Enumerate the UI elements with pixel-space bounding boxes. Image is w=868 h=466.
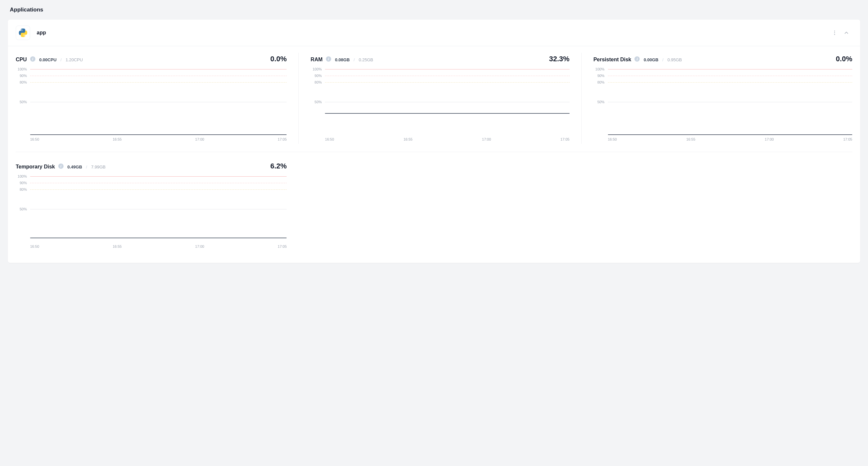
x-tick: 17:00	[195, 137, 205, 141]
chart-plot	[30, 176, 287, 242]
y-tick: 90%	[597, 74, 604, 78]
y-tick: 50%	[314, 100, 322, 104]
metric-limit: 7.99GB	[91, 165, 105, 169]
data-line	[30, 238, 287, 238]
y-tick: 50%	[20, 207, 27, 211]
metric-title: Persistent Disk	[593, 57, 631, 63]
x-tick: 17:00	[482, 137, 491, 141]
x-tick: 17:05	[560, 137, 569, 141]
y-tick: 50%	[597, 100, 604, 104]
gridline	[608, 69, 852, 69]
x-tick: 17:00	[765, 137, 774, 141]
chart-y-axis: 100%90%80%50%	[16, 69, 27, 135]
svg-point-1	[834, 32, 835, 33]
chart-x-axis: 16:5016:5517:0017:05	[311, 137, 569, 141]
gridline	[30, 69, 287, 69]
metric-header-tdisk: Temporary Disk i 0.49GB / 7.99GB 6.2%	[16, 162, 287, 170]
y-tick: 80%	[314, 80, 322, 84]
info-icon[interactable]: i	[634, 56, 640, 62]
gridline	[325, 102, 569, 102]
data-line	[608, 134, 852, 135]
x-tick: 16:50	[325, 137, 334, 141]
metric-limit: 0.25GB	[359, 57, 373, 62]
gridline	[325, 69, 569, 69]
metric-cpu: CPU i 0.00CPU / 1.20CPU 0.0% 100%90%80%5…	[16, 53, 287, 144]
metrics-divider	[16, 152, 852, 152]
page-title: Applications	[10, 6, 860, 13]
data-line	[325, 113, 569, 114]
x-tick: 17:05	[278, 137, 287, 141]
chart-plot	[325, 69, 569, 135]
metric-sep: /	[86, 165, 88, 169]
metric-chart-tdisk: 100%90%80%50%	[16, 176, 287, 242]
x-tick: 16:50	[30, 244, 39, 249]
y-tick: 90%	[20, 181, 27, 185]
info-icon[interactable]: i	[326, 56, 331, 62]
y-tick: 80%	[597, 80, 604, 84]
gridline	[30, 190, 287, 190]
x-tick: 17:00	[195, 244, 205, 249]
metric-title: RAM	[311, 57, 322, 63]
chart-x-axis: 16:5016:5517:0017:05	[16, 137, 287, 141]
metric-used: 0.00CPU	[39, 57, 57, 62]
chart-plot	[30, 69, 287, 135]
metric-limit: 0.95GB	[668, 57, 682, 62]
python-icon	[19, 29, 27, 37]
metrics-body: CPU i 0.00CPU / 1.20CPU 0.0% 100%90%80%5…	[8, 46, 860, 263]
metric-chart-pdisk: 100%90%80%50%	[593, 69, 852, 135]
x-tick: 16:50	[30, 137, 39, 141]
metric-temporary-disk: Temporary Disk i 0.49GB / 7.99GB 6.2% 10…	[16, 160, 287, 251]
gridline	[30, 176, 287, 177]
chart-plot	[608, 69, 852, 135]
app-card: app CPU i 0.00CPU / 1.20CPU 0.0%	[8, 20, 860, 263]
more-vertical-icon	[832, 30, 838, 36]
y-tick: 100%	[595, 67, 604, 71]
metric-used: 0.08GB	[335, 57, 350, 62]
metric-used: 0.49GB	[67, 165, 82, 169]
gridline	[608, 82, 852, 83]
svg-point-0	[834, 31, 835, 31]
metric-ram: RAM i 0.08GB / 0.25GB 32.3% 100%90%80%50…	[299, 53, 569, 144]
data-line	[30, 134, 287, 135]
info-icon[interactable]: i	[58, 164, 64, 169]
chart-y-axis: 100%90%80%50%	[593, 69, 604, 135]
x-tick: 16:55	[113, 137, 122, 141]
metric-percent: 0.0%	[270, 55, 287, 63]
metric-chart-cpu: 100%90%80%50%	[16, 69, 287, 135]
y-tick: 90%	[20, 74, 27, 78]
metric-header-ram: RAM i 0.08GB / 0.25GB 32.3%	[311, 55, 569, 63]
app-icon-container	[16, 26, 30, 40]
y-tick: 90%	[314, 74, 322, 78]
x-tick: 16:55	[113, 244, 122, 249]
metric-header-cpu: CPU i 0.00CPU / 1.20CPU 0.0%	[16, 55, 287, 63]
metric-chart-ram: 100%90%80%50%	[311, 69, 569, 135]
gridline	[325, 82, 569, 83]
chart-y-axis: 100%90%80%50%	[311, 69, 322, 135]
y-tick: 80%	[20, 187, 27, 192]
gridline	[30, 102, 287, 102]
y-tick: 50%	[20, 100, 27, 104]
y-tick: 80%	[20, 80, 27, 84]
x-tick: 17:05	[843, 137, 852, 141]
more-menu-button[interactable]	[829, 27, 840, 39]
app-header: app	[8, 20, 860, 46]
metric-title: Temporary Disk	[16, 164, 55, 170]
y-tick: 100%	[18, 174, 27, 178]
chevron-up-icon	[843, 30, 849, 36]
collapse-button[interactable]	[840, 27, 852, 39]
x-tick: 16:55	[686, 137, 695, 141]
chart-y-axis: 100%90%80%50%	[16, 176, 27, 242]
x-tick: 16:50	[608, 137, 617, 141]
metric-percent: 32.3%	[549, 55, 569, 63]
x-tick: 16:55	[404, 137, 413, 141]
metric-sep: /	[662, 57, 663, 62]
metric-percent: 6.2%	[270, 162, 287, 170]
metric-sep: /	[354, 57, 355, 62]
svg-point-2	[834, 34, 835, 35]
gridline	[30, 183, 287, 183]
info-icon[interactable]: i	[30, 56, 35, 62]
gridline	[30, 82, 287, 83]
y-tick: 100%	[312, 67, 322, 71]
gridline	[608, 102, 852, 102]
metric-sep: /	[61, 57, 62, 62]
